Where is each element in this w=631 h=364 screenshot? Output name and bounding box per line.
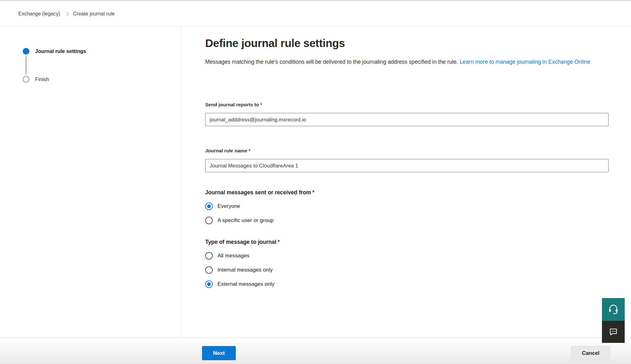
main-panel: Define journal rule settings Messages ma… bbox=[182, 27, 631, 338]
journal-scope-radio-group: Journal messages sent or received from* … bbox=[205, 189, 631, 225]
group-label-text: Type of message to journal bbox=[205, 239, 276, 245]
radio-option-internal-messages-only[interactable]: Internal messages only bbox=[205, 266, 631, 274]
message-type-radio-group: Type of message to journal* All messages… bbox=[205, 238, 631, 288]
radio-option-all-messages[interactable]: All messages bbox=[205, 252, 631, 260]
send-journal-reports-field: Send journal reports to* bbox=[205, 101, 631, 126]
radio-button-icon[interactable] bbox=[205, 217, 213, 224]
radio-button-icon[interactable] bbox=[205, 252, 213, 260]
next-button[interactable]: Next bbox=[202, 346, 236, 360]
radio-button-icon[interactable] bbox=[205, 203, 213, 210]
group-label-text: Journal messages sent or received from bbox=[205, 189, 311, 196]
required-asterisk: * bbox=[313, 189, 315, 196]
top-bar: Exchange (legacy) Create journal rule bbox=[0, 1, 631, 27]
breadcrumb-chevron-icon bbox=[65, 12, 69, 16]
radio-option-everyone[interactable]: Everyone bbox=[205, 202, 631, 210]
wizard-step-empty-dot-icon bbox=[23, 76, 29, 83]
wizard-footer: Next Cancel bbox=[0, 338, 631, 364]
radio-option-label: Internal messages only bbox=[217, 267, 273, 273]
headset-icon bbox=[608, 303, 619, 316]
message-type-group-label: Type of message to journal* bbox=[205, 238, 631, 246]
journal-rule-name-input[interactable] bbox=[205, 159, 609, 172]
radio-option-label: All messages bbox=[217, 253, 249, 259]
field-label-text: Journal rule name bbox=[205, 148, 247, 153]
wizard-step-connector bbox=[26, 56, 27, 74]
radio-option-specific-user-or-group[interactable]: A specific user or group bbox=[205, 216, 631, 225]
radio-button-icon[interactable] bbox=[205, 266, 213, 274]
journal-rule-name-label: Journal rule name* bbox=[205, 147, 631, 154]
required-asterisk: * bbox=[249, 148, 251, 153]
wizard-step-label: Finish bbox=[35, 76, 49, 82]
message-type-options: All messages Internal messages only Exte… bbox=[205, 252, 631, 288]
journal-scope-options: Everyone A specific user or group bbox=[205, 202, 631, 225]
wizard-step-active-dot-icon bbox=[23, 48, 29, 55]
journal-rule-name-field: Journal rule name* bbox=[205, 147, 631, 172]
required-asterisk: * bbox=[277, 239, 280, 245]
journal-scope-group-label: Journal messages sent or received from* bbox=[205, 189, 631, 196]
radio-option-external-messages-only[interactable]: External messages only bbox=[205, 280, 631, 288]
wizard-step-journal-rule-settings[interactable]: Journal rule settings bbox=[23, 48, 181, 55]
description-text: Messages matching the rule's conditions … bbox=[205, 59, 458, 65]
send-journal-reports-label: Send journal reports to* bbox=[205, 101, 631, 108]
feedback-button[interactable] bbox=[602, 321, 625, 343]
radio-option-label: A specific user or group bbox=[217, 217, 274, 224]
required-asterisk: * bbox=[260, 102, 262, 107]
field-label-text: Send journal reports to bbox=[205, 102, 259, 107]
help-support-button[interactable] bbox=[602, 298, 625, 321]
breadcrumb-item-exchange-legacy[interactable]: Exchange (legacy) bbox=[18, 11, 60, 17]
radio-option-label: External messages only bbox=[217, 281, 274, 287]
breadcrumb: Exchange (legacy) Create journal rule bbox=[18, 11, 115, 17]
radio-button-icon[interactable] bbox=[205, 280, 213, 288]
cancel-button[interactable]: Cancel bbox=[571, 346, 610, 360]
wizard-rail: Journal rule settings Finish bbox=[0, 27, 182, 338]
page-description: Messages matching the rule's conditions … bbox=[205, 58, 627, 66]
page-title: Define journal rule settings bbox=[205, 36, 631, 50]
feedback-icon bbox=[608, 326, 618, 338]
breadcrumb-item-create-journal-rule: Create journal rule bbox=[73, 11, 115, 17]
wizard-step-finish[interactable]: Finish bbox=[23, 76, 181, 83]
send-journal-reports-input[interactable] bbox=[205, 113, 609, 126]
learn-more-link[interactable]: Learn more to manage journaling in Excha… bbox=[460, 59, 590, 65]
wizard-steps: Journal rule settings Finish bbox=[0, 27, 181, 83]
radio-option-label: Everyone bbox=[217, 203, 240, 209]
wizard-step-label: Journal rule settings bbox=[35, 48, 86, 54]
